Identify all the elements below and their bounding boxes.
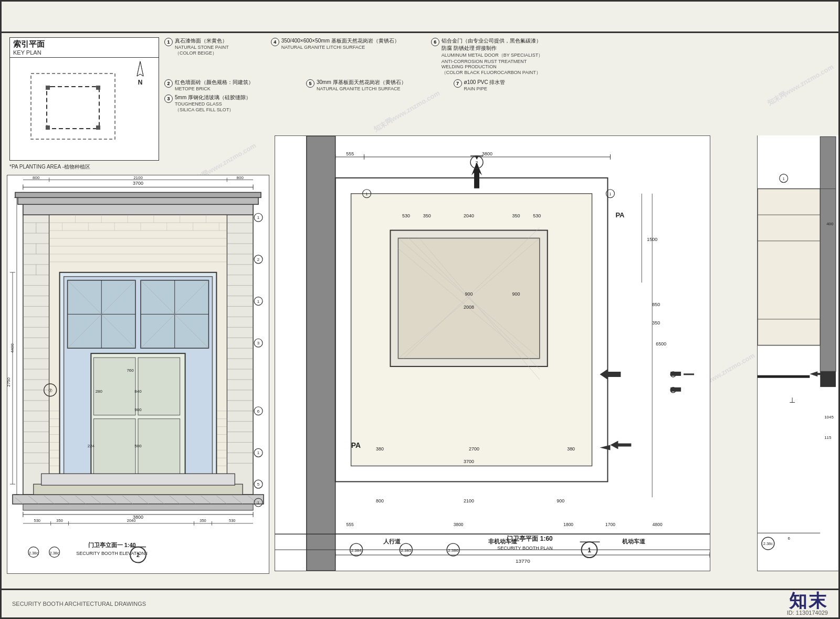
elevation-drawing-area: 3700 800 2100 800 4400 2750 3 (7, 175, 269, 590)
svg-text:2040: 2040 (127, 518, 136, 523)
svg-text:555: 555 (346, 151, 354, 156)
svg-text:⊥: ⊥ (789, 396, 795, 404)
svg-text:1: 1 (257, 500, 260, 505)
right-section: 400 1045 115 2.38c 1 ⊥ 6 (757, 135, 838, 582)
svg-text:1: 1 (610, 192, 612, 196)
svg-text:PA: PA (351, 441, 361, 449)
svg-rect-6 (96, 86, 100, 90)
legend-num-5: 5 (306, 79, 314, 88)
svg-text:2.386: 2.386 (448, 548, 459, 553)
svg-text:840: 840 (134, 389, 142, 394)
svg-text:2.38c: 2.38c (49, 551, 59, 555)
svg-text:530: 530 (402, 213, 410, 218)
svg-text:N: N (138, 79, 143, 86)
svg-text:900: 900 (134, 407, 142, 412)
svg-rect-3 (31, 74, 115, 139)
svg-rect-104 (93, 419, 135, 482)
svg-text:门卫亭平面  1:60: 门卫亭平面 1:60 (507, 535, 553, 542)
legend-text-6: 铝合金门（由专业公司提供，黑色氟碳漆） 防腐 防锈处理 焊接制作 ALUMINU… (442, 37, 543, 76)
svg-text:2750: 2750 (7, 377, 11, 387)
bottom-bar: SECURITY BOOTH ARCHITECTURAL DRAWINGS 知末… (2, 589, 838, 617)
svg-text:1: 1 (257, 450, 260, 455)
legend-text-4: 350/400×600×50mm 基板面天然花岗岩（黄锈石） NATURAL G… (281, 37, 400, 50)
legend-item-2: 2 红色墙面砖（颜色规格：同建筑） METOPE BRICK (164, 79, 254, 91)
svg-text:1: 1 (257, 215, 260, 220)
svg-text:2700: 2700 (469, 446, 479, 452)
svg-text:1045: 1045 (824, 415, 834, 419)
svg-text:350: 350 (423, 213, 431, 218)
svg-text:1: 1 (257, 299, 260, 304)
svg-text:2100: 2100 (133, 175, 143, 180)
key-plan-header: 索引平面 KEY PLAN (10, 38, 159, 58)
svg-rect-313 (820, 371, 836, 387)
svg-text:760: 760 (127, 368, 134, 373)
legend-num-6: 6 (431, 38, 439, 46)
svg-text:3: 3 (257, 341, 260, 345)
svg-text:900: 900 (465, 291, 473, 297)
svg-text:350: 350 (512, 213, 520, 218)
svg-text:2.385: 2.385 (401, 548, 412, 553)
svg-rect-7 (46, 125, 50, 130)
north-arrow: N (130, 60, 151, 89)
svg-text:6: 6 (788, 536, 790, 541)
svg-text:530: 530 (533, 213, 541, 218)
main-container: 知末网www.znzmo.com 知末网www.znzmo.com 知末网www… (0, 0, 840, 619)
svg-text:224: 224 (88, 444, 95, 448)
legend-item-4: 4 350/400×600×50mm 基板面天然花岗岩（黄锈石） NATURAL… (271, 37, 400, 76)
brand-id: ID: 1130174029 (787, 610, 828, 616)
svg-rect-8 (96, 125, 100, 130)
svg-text:2.38c: 2.38c (763, 541, 773, 546)
svg-text:1: 1 (366, 192, 368, 196)
svg-text:500: 500 (134, 444, 142, 448)
svg-text:350: 350 (200, 518, 206, 523)
svg-marker-250 (610, 441, 631, 449)
legend-num-7: 7 (454, 79, 462, 88)
svg-rect-103 (138, 358, 180, 415)
svg-text:350: 350 (652, 320, 660, 326)
svg-text:900: 900 (556, 498, 564, 503)
svg-marker-223 (600, 445, 611, 450)
svg-rect-105 (138, 419, 180, 482)
svg-text:人行道: 人行道 (383, 538, 401, 544)
legend-text-2: 红色墙面砖（颜色规格：同建筑） METOPE BRICK (175, 79, 254, 91)
svg-rect-207 (307, 136, 335, 571)
legend-text-1: 真石漆饰面（米黄色） NATURAL STONE PAINT （COLOR BE… (175, 37, 229, 57)
svg-text:380: 380 (567, 446, 575, 452)
key-plan-box: 索引平面 KEY PLAN N (9, 37, 159, 161)
svg-rect-67 (15, 192, 261, 197)
key-plan-drawing: N (10, 58, 159, 158)
svg-text:3800: 3800 (482, 151, 492, 156)
svg-text:机动车道: 机动车道 (622, 538, 646, 544)
svg-text:280: 280 (96, 389, 103, 394)
brand-name: 知末 (787, 592, 828, 610)
svg-rect-117 (23, 504, 253, 510)
svg-text:2: 2 (476, 160, 478, 165)
svg-rect-135 (41, 474, 235, 485)
svg-rect-293 (820, 137, 836, 371)
svg-text:2.38c: 2.38c (29, 551, 39, 555)
svg-text:5: 5 (257, 482, 260, 487)
svg-text:SECURITY BOOTH PLAN: SECURITY BOOTH PLAN (497, 545, 553, 551)
legend-num-4: 4 (271, 38, 279, 46)
svg-text:530: 530 (34, 518, 40, 523)
svg-marker-220 (471, 162, 482, 188)
svg-text:2: 2 (257, 257, 260, 262)
svg-text:4400: 4400 (10, 343, 15, 353)
svg-text:555: 555 (346, 522, 354, 527)
svg-text:13770: 13770 (516, 558, 530, 564)
legend-num-1: 1 (164, 38, 173, 46)
svg-rect-116 (13, 495, 264, 504)
legend-area: 1 真石漆饰面（米黄色） NATURAL STONE PAINT （COLOR … (164, 37, 595, 113)
svg-text:530: 530 (229, 518, 235, 523)
bottom-left-ref: SECURITY BOOTH ARCHITECTURAL DRAWINGS (12, 601, 146, 607)
svg-text:6: 6 (257, 409, 260, 414)
svg-text:800: 800 (33, 175, 40, 180)
svg-text:1800: 1800 (563, 522, 573, 527)
key-plan-title-cn: 索引平面 (13, 39, 155, 49)
svg-text:门卫亭立面一  1:40: 门卫亭立面一 1:40 (88, 542, 136, 548)
svg-text:2.384: 2.384 (351, 548, 362, 553)
legend-item-6: 6 铝合金门（由专业公司提供，黑色氟碳漆） 防腐 防锈处理 焊接制作 ALUMI… (431, 37, 543, 76)
svg-rect-294 (758, 189, 820, 345)
svg-text:900: 900 (512, 291, 520, 297)
svg-text:2100: 2100 (464, 498, 474, 503)
